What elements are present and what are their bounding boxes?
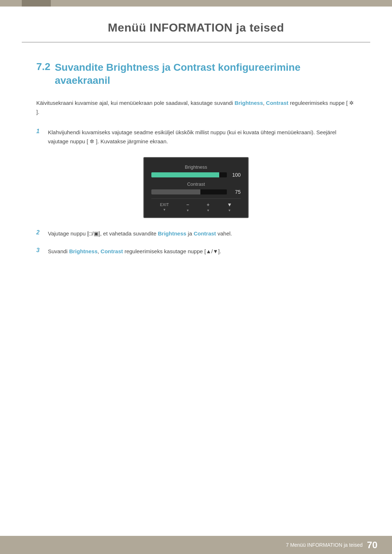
step3-bold-contrast: Contrast [101, 248, 123, 254]
brightness-label: Brightness [151, 164, 241, 170]
step2-bold-brightness: Brightness [158, 230, 186, 237]
contrast-track [151, 189, 227, 194]
brightness-fill [151, 172, 219, 177]
step-1-text: Klahvijuhendi kuvamiseks vajutage seadme… [48, 128, 356, 146]
plus-button: + ▼ [207, 202, 210, 212]
down-button: ▼ ▼ [227, 202, 232, 212]
footer-page-number: 70 [367, 539, 377, 551]
section-title: Suvandite Brightness ja Contrast konfigu… [55, 61, 356, 87]
btn3-arrow: ▼ [207, 209, 210, 212]
top-bar-accent [22, 0, 51, 7]
step2-and: ja [186, 230, 193, 237]
intro-sep: , [263, 100, 266, 106]
ui-mockup: Brightness 100 Contrast 75 EXIT [143, 157, 249, 218]
step-3-number: 3 [36, 247, 45, 254]
step2-mid: ], et vahetada suvandite [99, 230, 158, 237]
page-title: Menüü INFORMATION ja teised [44, 21, 348, 34]
step2-prefix: Vajutage nuppu [ [48, 230, 89, 237]
top-decorative-bar [0, 0, 392, 7]
down-icon: ▼ [227, 202, 232, 208]
brightness-bar-row: 100 [151, 172, 241, 178]
step2-bold-contrast: Contrast [193, 230, 216, 237]
contrast-bar-row: 75 [151, 189, 241, 195]
step3-prefix: Suvandi [48, 248, 69, 254]
page-header: Menüü INFORMATION ja teised [22, 7, 370, 42]
step-2: 2 Vajutage nuppu [□/▣], et vahetada suva… [36, 229, 356, 238]
main-content: 7.2 Suvandite Brightness ja Contrast kon… [0, 43, 392, 294]
step2-btn: □/▣ [89, 230, 98, 237]
btn4-arrow: ▼ [228, 209, 231, 212]
step-3-text: Suvandi Brightness, Contrast reguleerimi… [48, 247, 221, 256]
exit-button: EXIT ▼ [160, 202, 169, 212]
step3-bold-brightness: Brightness [69, 248, 97, 254]
step-2-text: Vajutage nuppu [□/▣], et vahetada suvand… [48, 229, 232, 238]
step-1: 1 Klahvijuhendi kuvamiseks vajutage sead… [36, 128, 356, 146]
step-2-number: 2 [36, 229, 45, 236]
ui-mockup-container: Brightness 100 Contrast 75 EXIT [36, 157, 356, 218]
exit-label: EXIT [160, 202, 169, 207]
intro-text-1: Käivitusekraani kuvamise ajal, kui menüü… [36, 100, 234, 106]
minus-button: − ▼ [186, 202, 189, 212]
contrast-fill [151, 189, 200, 194]
page-footer: 7 Menüü INFORMATION ja teised 70 [0, 536, 392, 554]
brightness-track [151, 172, 227, 177]
minus-icon: − [186, 202, 189, 208]
plus-icon: + [207, 202, 209, 208]
brightness-value: 100 [230, 172, 241, 178]
exit-arrow: ▼ [163, 208, 166, 212]
step-3: 3 Suvandi Brightness, Contrast reguleeri… [36, 247, 356, 256]
step2-suffix: vahel. [216, 230, 232, 237]
step-1-number: 1 [36, 128, 45, 135]
btn2-arrow: ▼ [186, 209, 189, 212]
section-heading: 7.2 Suvandite Brightness ja Contrast kon… [36, 61, 356, 87]
section-number: 7.2 [36, 61, 50, 73]
step3-suffix: reguleerimiseks kasutage nuppe [▲/▼]. [123, 248, 221, 254]
footer-text: 7 Menüü INFORMATION ja teised [286, 542, 363, 548]
ui-bottom-buttons: EXIT ▼ − ▼ + ▼ ▼ ▼ [151, 198, 241, 212]
contrast-label: Contrast [151, 181, 241, 187]
intro-bold-contrast: Contrast [266, 100, 289, 106]
step3-sep: , [98, 248, 101, 254]
contrast-value: 75 [230, 189, 241, 195]
intro-bold-brightness: Brightness [234, 100, 263, 106]
intro-paragraph: Käivitusekraani kuvamise ajal, kui menüü… [36, 98, 356, 117]
